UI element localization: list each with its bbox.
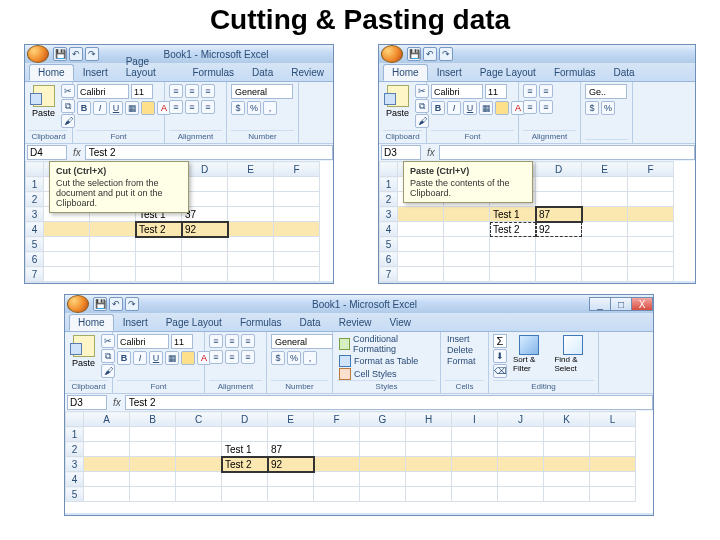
align-left-icon[interactable]: ≡ xyxy=(523,100,537,114)
font-name-select[interactable]: Calibri xyxy=(117,334,169,349)
align-bot-icon[interactable]: ≡ xyxy=(241,334,255,348)
align-left-icon[interactable]: ≡ xyxy=(209,350,223,364)
tab-insert[interactable]: Insert xyxy=(114,314,157,331)
align-top-icon[interactable]: ≡ xyxy=(169,84,183,98)
fx-icon[interactable]: fx xyxy=(423,147,439,158)
office-button[interactable] xyxy=(27,45,49,63)
tab-insert[interactable]: Insert xyxy=(428,64,471,81)
currency-icon[interactable]: $ xyxy=(585,101,599,115)
align-right-icon[interactable]: ≡ xyxy=(201,100,215,114)
cell-C3[interactable]: Test 1 xyxy=(490,207,536,222)
tab-formulas[interactable]: Formulas xyxy=(545,64,605,81)
office-button[interactable] xyxy=(67,295,89,313)
italic-button[interactable]: I xyxy=(133,351,147,365)
font-size-select[interactable]: 11 xyxy=(171,334,193,349)
tab-data[interactable]: Data xyxy=(291,314,330,331)
redo-icon[interactable]: ↷ xyxy=(125,297,139,311)
tab-home[interactable]: Home xyxy=(69,314,114,331)
tab-formulas[interactable]: Formulas xyxy=(183,64,243,81)
formula-input[interactable]: Test 2 xyxy=(125,395,653,410)
border-icon[interactable]: ▦ xyxy=(125,101,139,115)
comma-icon[interactable]: , xyxy=(303,351,317,365)
cell-D4[interactable]: 92 xyxy=(536,222,582,237)
cell-D4[interactable]: 92 xyxy=(182,222,228,237)
align-top-icon[interactable]: ≡ xyxy=(209,334,223,348)
italic-button[interactable]: I xyxy=(93,101,107,115)
percent-icon[interactable]: % xyxy=(601,101,615,115)
cell-D3[interactable]: Test 2 xyxy=(222,457,268,472)
align-left-icon[interactable]: ≡ xyxy=(169,100,183,114)
tab-pagelayout[interactable]: Page Layout xyxy=(157,314,231,331)
fx-icon[interactable]: fx xyxy=(69,147,85,158)
tab-data[interactable]: Data xyxy=(243,64,282,81)
find-select-button[interactable]: Find & Select xyxy=(551,334,594,374)
underline-button[interactable]: U xyxy=(109,101,123,115)
tab-home[interactable]: Home xyxy=(383,64,428,81)
fill-icon[interactable] xyxy=(181,351,195,365)
fill-icon[interactable] xyxy=(141,101,155,115)
align-mid-icon[interactable]: ≡ xyxy=(225,334,239,348)
font-name-select[interactable]: Calibri xyxy=(431,84,483,99)
sort-filter-button[interactable]: Sort & Filter xyxy=(510,334,548,374)
autosum-icon[interactable]: Σ xyxy=(493,334,507,348)
redo-icon[interactable]: ↷ xyxy=(85,47,99,61)
format-cells-button[interactable]: Format xyxy=(445,356,478,366)
tab-pagelayout[interactable]: Page Layout xyxy=(117,53,184,81)
tab-insert[interactable]: Insert xyxy=(74,64,117,81)
currency-icon[interactable]: $ xyxy=(231,101,245,115)
undo-icon[interactable]: ↶ xyxy=(109,297,123,311)
formula-input[interactable]: Test 2 xyxy=(85,145,333,160)
cell-C4[interactable]: Test 2 xyxy=(136,222,182,237)
tab-home[interactable]: Home xyxy=(29,64,74,81)
align-mid-icon[interactable]: ≡ xyxy=(185,84,199,98)
conditional-formatting-button[interactable]: Conditional Formatting xyxy=(337,334,436,354)
cell-styles-button[interactable]: Cell Styles xyxy=(337,368,399,380)
align-bot-icon[interactable]: ≡ xyxy=(201,84,215,98)
fill-icon[interactable] xyxy=(495,101,509,115)
fill-down-icon[interactable]: ⬇ xyxy=(493,349,507,363)
save-icon[interactable]: 💾 xyxy=(407,47,421,61)
cell-C4[interactable]: Test 2 xyxy=(490,222,536,237)
align-mid-icon[interactable]: ≡ xyxy=(539,84,553,98)
percent-icon[interactable]: % xyxy=(287,351,301,365)
fx-icon[interactable]: fx xyxy=(109,397,125,408)
paste-button[interactable]: Paste xyxy=(69,334,98,369)
font-name-select[interactable]: Calibri xyxy=(77,84,129,99)
cell-E2[interactable]: 87 xyxy=(268,442,314,457)
undo-icon[interactable]: ↶ xyxy=(69,47,83,61)
bold-button[interactable]: B xyxy=(77,101,91,115)
paste-button[interactable]: Paste xyxy=(29,84,58,119)
maximize-button[interactable]: □ xyxy=(610,297,632,311)
name-box[interactable]: D3 xyxy=(381,145,421,160)
undo-icon[interactable]: ↶ xyxy=(423,47,437,61)
worksheet-grid[interactable]: ABCDEFGHIJKL 1 2Test 187 3Test 292 4 5 xyxy=(65,411,653,513)
underline-button[interactable]: U xyxy=(149,351,163,365)
name-box[interactable]: D4 xyxy=(27,145,67,160)
comma-icon[interactable]: , xyxy=(263,101,277,115)
formula-input[interactable] xyxy=(439,145,695,160)
cell-D3[interactable]: 87 xyxy=(536,207,582,222)
font-size-select[interactable]: 11 xyxy=(131,84,153,99)
cell-D2[interactable]: Test 1 xyxy=(222,442,268,457)
save-icon[interactable]: 💾 xyxy=(53,47,67,61)
format-as-table-button[interactable]: Format as Table xyxy=(337,355,420,367)
bold-button[interactable]: B xyxy=(117,351,131,365)
align-right-icon[interactable]: ≡ xyxy=(241,350,255,364)
currency-icon[interactable]: $ xyxy=(271,351,285,365)
align-center-icon[interactable]: ≡ xyxy=(539,100,553,114)
italic-button[interactable]: I xyxy=(447,101,461,115)
save-icon[interactable]: 💾 xyxy=(93,297,107,311)
tab-review[interactable]: Review xyxy=(330,314,381,331)
align-top-icon[interactable]: ≡ xyxy=(523,84,537,98)
office-button[interactable] xyxy=(381,45,403,63)
number-format-select[interactable]: General xyxy=(231,84,293,99)
tab-formulas[interactable]: Formulas xyxy=(231,314,291,331)
border-icon[interactable]: ▦ xyxy=(165,351,179,365)
font-size-select[interactable]: 11 xyxy=(485,84,507,99)
tab-view[interactable]: View xyxy=(380,314,420,331)
number-format-select[interactable]: Ge.. xyxy=(585,84,627,99)
percent-icon[interactable]: % xyxy=(247,101,261,115)
insert-cells-button[interactable]: Insert xyxy=(445,334,472,344)
close-button[interactable]: X xyxy=(631,297,653,311)
redo-icon[interactable]: ↷ xyxy=(439,47,453,61)
